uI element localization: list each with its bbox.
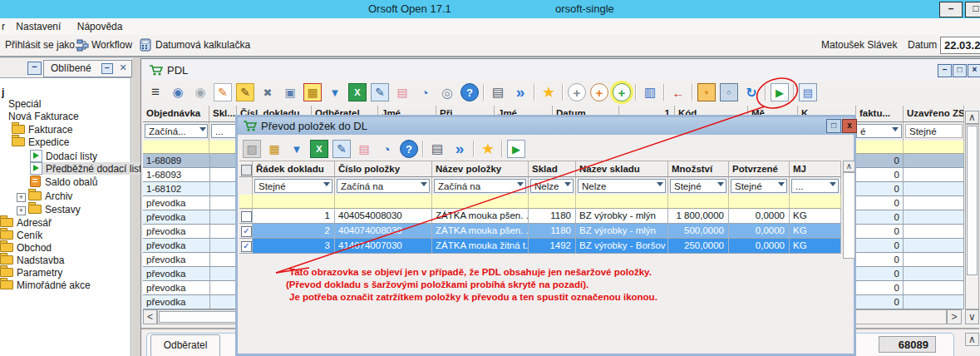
dlg-header-cislo-polozky[interactable]: Číslo položky <box>335 161 432 177</box>
tree-item-predbezne-dodaci-listy[interactable]: Předběžné dodací listy <box>30 162 146 175</box>
refresh-icon[interactable]: ↻ <box>742 83 761 101</box>
dialog-row-cell-mnozstvi[interactable]: 1 800,0000 <box>668 209 729 224</box>
dialog-filter-dropdown[interactable]: Stejné <box>254 179 332 193</box>
menu-clipped[interactable]: r <box>0 18 7 35</box>
dialog-filter-dropdown[interactable]: Začíná na <box>434 179 526 193</box>
column-header-cislo-faktury[interactable]: faktu... <box>856 106 904 122</box>
dlg-header-mj[interactable]: MJ <box>790 161 841 177</box>
lock-icon[interactable]: ● <box>697 83 716 101</box>
grid-row-cislo-faktury[interactable]: 0 <box>856 253 904 267</box>
help-icon[interactable]: ? <box>460 83 479 101</box>
window-icon[interactable]: ▥ <box>641 83 659 101</box>
date-field[interactable]: 22.03.2 <box>940 37 980 54</box>
cross-orange-icon[interactable]: + <box>590 83 608 101</box>
grid-row-cislo-faktury[interactable]: 0 <box>856 182 904 196</box>
menu-napoveda[interactable]: Nápověda <box>71 18 130 35</box>
grid-row-cislo-faktury[interactable]: 0 <box>856 239 904 253</box>
grid-row-cislo-faktury[interactable]: 0 <box>856 210 904 225</box>
grid-row-cislo-faktury[interactable]: 0 <box>856 225 904 239</box>
clipboard-icon[interactable]: ✎ <box>371 83 389 101</box>
dialog-quickfilter-input[interactable] <box>239 195 253 209</box>
favorites-tab[interactable]: Oblíbené − ✕ <box>43 60 132 77</box>
dialog-row-cell-sklad[interactable]: 1180 <box>529 224 576 239</box>
list-icon[interactable]: ≡ <box>146 83 165 101</box>
tree-item-dodaci-listy[interactable]: Dodací listy <box>30 150 97 162</box>
history-icon[interactable]: ◔ <box>416 83 434 101</box>
dlg-header-sklad[interactable]: Sklad <box>529 161 576 177</box>
dialog-row-cell-cislo-polozky[interactable]: 404074008030 <box>335 224 432 239</box>
dialog-row-cell-potvrzene[interactable]: 0,0000 <box>729 239 790 254</box>
scroll-up-button[interactable]: ∧ <box>965 111 979 124</box>
tree-item-parametry[interactable]: Parametry <box>0 267 62 279</box>
expand-plus-icon[interactable]: + <box>17 206 26 215</box>
column-header-objednavka[interactable]: Objednávka <box>143 106 209 122</box>
grid-row-uzavreno-zs[interactable] <box>904 239 964 253</box>
history-icon[interactable]: ◔ <box>377 140 396 158</box>
scroll-right-button[interactable]: > <box>947 309 962 324</box>
dialog-row-cell-nazev-skladu[interactable]: BZ výrobky - Boršov <box>576 239 668 254</box>
dialog-row-cell-mj[interactable]: KG <box>790 209 841 224</box>
login-as-button[interactable]: Přihlásit se jako... <box>5 38 83 52</box>
vertical-scrollbar[interactable] <box>965 124 979 309</box>
tree-item-nadstavba[interactable]: Nadstavba <box>0 255 64 267</box>
pdl-close-button[interactable]: × <box>968 64 980 77</box>
menu-nastaveni[interactable]: Nastavení <box>9 18 67 35</box>
delete-icon[interactable]: ✖ <box>259 83 277 101</box>
grid-row-objednavka[interactable]: převodka <box>143 281 237 295</box>
disabled-icon[interactable]: ▨ <box>243 140 261 158</box>
quickfilter-input[interactable] <box>904 141 964 154</box>
dialog-row-cell-cislo-polozky[interactable]: 404054008030 <box>335 209 432 224</box>
dialog-row-cell-potvrzene[interactable]: 0,0000 <box>729 209 790 224</box>
dialog-row-cell-radek[interactable]: 3 <box>253 239 335 254</box>
grid-row-cislo-faktury[interactable]: 0 <box>856 295 904 309</box>
checkbox-unchecked-icon[interactable] <box>241 211 252 222</box>
grid-row-objednavka[interactable]: převodka <box>143 225 237 239</box>
quickfilter-input[interactable] <box>856 141 904 154</box>
print-icon[interactable]: ▤ <box>489 83 507 101</box>
chevrons-icon[interactable]: » <box>511 83 529 101</box>
workflow-button[interactable]: Workflow <box>91 38 132 52</box>
grid-row-objednavka[interactable]: převodka <box>143 196 237 210</box>
dialog-row-cell-mj[interactable]: KG <box>790 224 841 239</box>
grid-row-objednavka[interactable]: 1-68093 <box>143 168 237 182</box>
template-icon[interactable]: ▦ <box>265 140 283 158</box>
new-doc-icon[interactable]: ✎ <box>214 83 232 101</box>
scroll-left-button[interactable]: < <box>143 309 157 324</box>
column-header-sklad[interactable]: Skl... <box>209 106 237 122</box>
cross-plain-icon[interactable]: + <box>568 83 586 101</box>
duplicate-icon[interactable]: ▤ <box>393 83 411 101</box>
dialog-quickfilter-input[interactable] <box>790 195 841 209</box>
grid-row-objednavka[interactable]: 1-68102 <box>143 182 237 196</box>
dlg-header-mnozstvi[interactable]: Množství <box>668 161 729 177</box>
dialog-row-cell-nazev-polozky[interactable]: ZÁTKA mouka žitná t... <box>432 239 529 254</box>
dialog-row-cell-mj[interactable]: KG <box>790 239 841 254</box>
exit-icon[interactable]: ← <box>669 83 687 101</box>
copy-doc-icon[interactable]: ▣ <box>281 83 299 101</box>
grid-row-objednavka[interactable]: převodka <box>143 210 237 225</box>
run-transfer-icon[interactable]: ▶ <box>771 83 789 101</box>
dialog-quickfilter-input[interactable] <box>668 195 729 209</box>
dialog-row-cell-radek[interactable]: 2 <box>253 224 335 239</box>
filter-sklad-dropdown[interactable]: ... <box>211 124 236 138</box>
date-calculator-icon[interactable] <box>140 38 152 52</box>
pdl-maximize-button[interactable]: □ <box>953 64 967 77</box>
workflow-icon[interactable] <box>76 39 89 52</box>
grid-row-objednavka[interactable]: převodka <box>143 253 237 267</box>
grid-row-uzavreno-zs[interactable] <box>904 210 964 225</box>
dialog-row-cell-cislo-polozky[interactable]: 414074007030 <box>335 239 432 254</box>
pdl-minimize-button[interactable]: – <box>938 64 952 77</box>
unlock-icon[interactable]: ○ <box>720 83 738 101</box>
dlg-header-nazev-polozky[interactable]: Název položky <box>432 161 529 177</box>
star-icon[interactable]: ★ <box>479 140 497 158</box>
grid-row-objednavka[interactable]: 1-68089 <box>143 154 237 168</box>
dialog-vertical-scrollbar[interactable] <box>843 172 855 259</box>
dialog-filter-dropdown[interactable]: Nelze <box>578 179 666 193</box>
tree-item-nova-fakturace[interactable]: Nová Fakturace <box>8 111 79 123</box>
tree-item-obchod[interactable]: Obchod <box>0 242 52 255</box>
scroll-up-button[interactable]: ∧ <box>965 333 979 346</box>
dialog-row-cell-nazev-polozky[interactable]: ZÁTKA mouka pšen. ... <box>432 209 529 224</box>
filter-objednavka-dropdown[interactable]: Začíná... <box>145 124 208 138</box>
grid-row-uzavreno-zs[interactable] <box>904 225 964 239</box>
scrollbar-thumb[interactable] <box>967 126 978 275</box>
favorites-minimize-icon[interactable]: − <box>101 63 113 74</box>
